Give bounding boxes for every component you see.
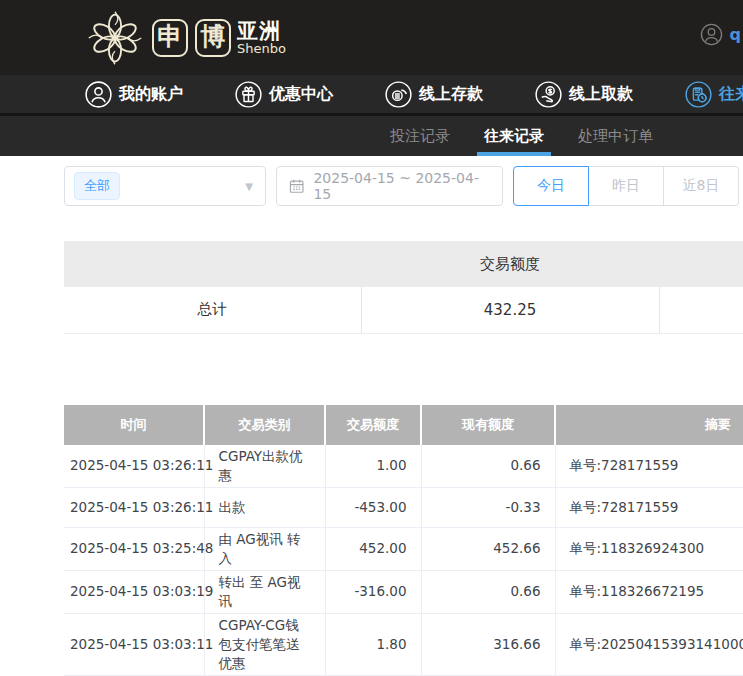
summary-empty-cell <box>659 287 743 333</box>
user-icon <box>85 81 112 108</box>
gift-icon <box>235 81 262 108</box>
filter-bar: 全部 ▼ 2025-04-15 ~ 2025-04-15 今日 昨日 近8日 <box>64 166 743 206</box>
nav-label: 优惠中心 <box>269 84 333 105</box>
table-row: 2025-04-15 03:25:48 由 AG视讯 转入 452.00 452… <box>64 527 743 570</box>
logo-char-box-2: 博 <box>195 19 231 57</box>
cell-amount: 452.00 <box>325 527 421 570</box>
column-header-balance: 现有额度 <box>421 405 555 445</box>
brand-header: 申 博 亚洲 Shenbo q <box>0 0 743 75</box>
column-header-summary: 摘要 <box>555 405 743 445</box>
column-header-amount: 交易额度 <box>325 405 421 445</box>
records-icon <box>685 81 712 108</box>
cell-balance: 316.66 <box>421 613 555 675</box>
cell-summary: 单号:202504153931410001 <box>555 613 743 675</box>
deposit-icon <box>385 81 412 108</box>
cell-summary: 单号:728171559 <box>555 487 743 527</box>
cell-balance: 0.66 <box>421 570 555 613</box>
tab-processing-orders[interactable]: 处理中订单 <box>578 116 653 156</box>
tab-betting-records[interactable]: 投注记录 <box>390 116 450 156</box>
nav-item-online-withdrawal[interactable]: 线上取款 <box>535 81 633 108</box>
cell-summary: 单号:118326672195 <box>555 570 743 613</box>
yesterday-button[interactable]: 昨日 <box>588 166 664 206</box>
column-header-time: 时间 <box>64 405 204 445</box>
nav-item-online-deposit[interactable]: 线上存款 <box>385 81 483 108</box>
last-8-days-button[interactable]: 近8日 <box>663 166 739 206</box>
cell-type: CGPAY-CG钱包支付笔笔送优惠 <box>204 613 325 675</box>
table-row: 2025-04-15 03:03:11 CGPAY-CG钱包支付笔笔送优惠 1.… <box>64 613 743 675</box>
nav-label: 往来 <box>719 84 743 105</box>
cell-balance: 0.66 <box>421 445 555 488</box>
date-range-text: 2025-04-15 ~ 2025-04-15 <box>313 170 490 202</box>
table-row: 2025-04-15 03:03:19 转出 至 AG视讯 -316.00 0.… <box>64 570 743 613</box>
cell-type: CGPAY出款优惠 <box>204 445 325 488</box>
cell-amount: 1.00 <box>325 445 421 488</box>
column-header-type: 交易类别 <box>204 405 325 445</box>
tab-transaction-records[interactable]: 往来记录 <box>484 116 544 156</box>
nav-item-my-account[interactable]: 我的账户 <box>85 81 183 108</box>
date-range-input[interactable]: 2025-04-15 ~ 2025-04-15 <box>276 166 503 206</box>
cell-amount: -316.00 <box>325 570 421 613</box>
username-text: q <box>730 25 741 44</box>
cell-time: 2025-04-15 03:03:19 <box>64 570 204 613</box>
brand-logo[interactable]: 申 博 亚洲 Shenbo <box>85 8 286 68</box>
user-account-area[interactable]: q <box>700 23 741 46</box>
transactions-header-row: 时间 交易类别 交易额度 现有额度 摘要 <box>64 405 743 445</box>
today-button[interactable]: 今日 <box>513 166 589 206</box>
nav-label: 线上存款 <box>419 84 483 105</box>
flower-logo-icon <box>85 8 145 68</box>
cell-time: 2025-04-15 03:26:11 <box>64 487 204 527</box>
summary-header-empty <box>659 241 743 287</box>
record-tabs: 投注记录 往来记录 处理中订单 <box>0 116 743 156</box>
transactions-body: 2025-04-15 03:26:11 CGPAY出款优惠 1.00 0.66 … <box>64 445 743 676</box>
cell-type: 由 AG视讯 转入 <box>204 527 325 570</box>
cell-balance: -0.33 <box>421 487 555 527</box>
cell-amount: -453.00 <box>325 487 421 527</box>
logo-region-text: 亚洲 <box>237 20 286 42</box>
nav-label: 线上取款 <box>569 84 633 105</box>
calendar-icon <box>289 178 304 194</box>
summary-total-value: 432.25 <box>361 287 659 333</box>
summary-total-row: 总计 432.25 <box>64 287 743 333</box>
withdraw-icon <box>535 81 562 108</box>
cell-amount: 1.80 <box>325 613 421 675</box>
summary-total-label: 总计 <box>64 287 361 333</box>
logo-sub-text: Shenbo <box>237 42 286 56</box>
logo-char-box-1: 申 <box>152 19 188 57</box>
cell-balance: 452.66 <box>421 527 555 570</box>
cell-type: 转出 至 AG视讯 <box>204 570 325 613</box>
selected-type-chip[interactable]: 全部 <box>74 172 120 200</box>
nav-item-promotions[interactable]: 优惠中心 <box>235 81 333 108</box>
chevron-down-icon: ▼ <box>245 181 253 192</box>
main-navigation: 我的账户 优惠中心 线上存款 线上取款 <box>0 75 743 113</box>
quick-date-buttons: 今日 昨日 近8日 <box>513 166 739 206</box>
cell-type: 出款 <box>204 487 325 527</box>
nav-item-transaction-records[interactable]: 往来 <box>685 81 743 108</box>
cell-time: 2025-04-15 03:25:48 <box>64 527 204 570</box>
user-avatar-icon <box>700 23 723 46</box>
type-select[interactable]: 全部 ▼ <box>64 166 266 206</box>
transactions-table: 时间 交易类别 交易额度 现有额度 摘要 2025-04-15 03:26:11… <box>64 405 743 676</box>
cell-time: 2025-04-15 03:26:11 <box>64 445 204 488</box>
summary-header-amount: 交易额度 <box>361 241 659 287</box>
table-row: 2025-04-15 03:26:11 CGPAY出款优惠 1.00 0.66 … <box>64 445 743 488</box>
cell-summary: 单号:728171559 <box>555 445 743 488</box>
cell-time: 2025-04-15 03:03:11 <box>64 613 204 675</box>
cell-summary: 单号:118326924300 <box>555 527 743 570</box>
summary-header-empty <box>64 241 361 287</box>
table-row: 2025-04-15 03:26:11 出款 -453.00 -0.33 单号:… <box>64 487 743 527</box>
nav-label: 我的账户 <box>119 84 183 105</box>
summary-table: 交易额度 总计 432.25 <box>64 241 743 334</box>
